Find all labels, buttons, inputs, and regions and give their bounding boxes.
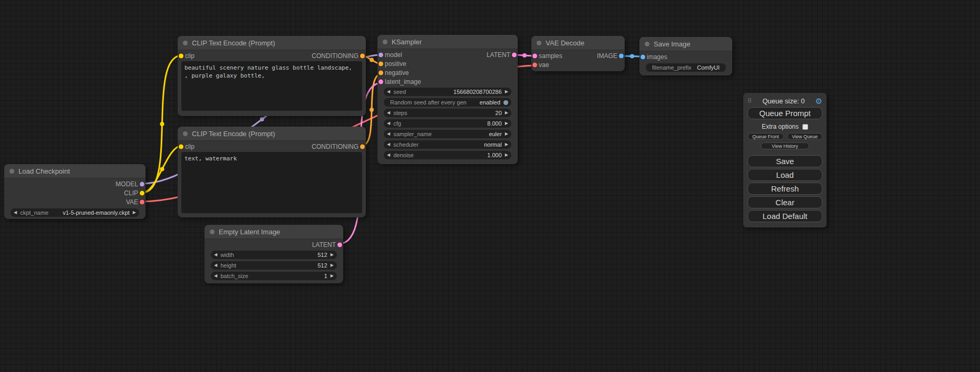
node-collapse-dot[interactable] (537, 41, 541, 45)
wire-midpoint-dot[interactable] (630, 54, 634, 59)
widget-width[interactable]: ◀ width 512 ▶ (211, 251, 337, 259)
node-ksampler[interactable]: KSampler model LATENT positive negative … (377, 35, 518, 164)
increment-arrow-icon[interactable]: ▶ (331, 263, 334, 268)
decrement-arrow-icon[interactable]: ◀ (387, 153, 390, 157)
drag-handle-icon[interactable]: ⠿ (748, 98, 752, 104)
widget-denoise[interactable]: ◀ denoise 1.000 ▶ (384, 151, 511, 159)
node-header[interactable]: Load Checkpoint (4, 164, 145, 178)
view-history-button[interactable]: View History (761, 142, 809, 149)
decrement-arrow-icon[interactable]: ◀ (14, 211, 17, 215)
extra-options-label: Extra options (762, 123, 799, 130)
decrement-arrow-icon[interactable]: ◀ (214, 253, 217, 257)
increment-arrow-icon[interactable]: ▶ (505, 90, 508, 94)
node-collapse-dot[interactable] (9, 169, 14, 174)
node-header[interactable]: KSampler (377, 35, 518, 49)
widget-filename-prefix[interactable]: filename_prefix ComfyUI (646, 63, 726, 72)
view-queue-button[interactable]: View Queue (787, 133, 822, 140)
output-row: MODEL (4, 179, 145, 188)
output-port-vae[interactable] (140, 199, 144, 204)
widget-batch-size[interactable]: ◀ batch_size 1 ▶ (211, 272, 337, 280)
input-port-latent-image[interactable] (379, 79, 383, 84)
increment-arrow-icon[interactable]: ▶ (505, 111, 508, 115)
widget-cfg[interactable]: ◀ cfg 8.000 ▶ (384, 119, 511, 128)
node-header[interactable]: CLIP Text Encode (Prompt) (178, 127, 366, 141)
input-port-clip[interactable] (179, 53, 183, 58)
output-port-conditioning[interactable] (360, 144, 365, 149)
input-port-vae[interactable] (532, 62, 537, 67)
node-header[interactable]: Save Image (639, 37, 732, 51)
node-save-image[interactable]: Save Image images filename_prefix ComfyU… (639, 37, 732, 75)
input-port-samples[interactable] (532, 53, 537, 58)
output-port-latent[interactable] (512, 52, 517, 57)
extra-options-checkbox[interactable] (802, 124, 808, 130)
increment-arrow-icon[interactable]: ▶ (505, 153, 508, 157)
input-port-positive[interactable] (379, 61, 383, 66)
input-port-images[interactable] (641, 54, 645, 59)
decrement-arrow-icon[interactable]: ◀ (387, 132, 390, 136)
increment-arrow-icon[interactable]: ▶ (331, 274, 334, 278)
input-port-model[interactable] (379, 52, 383, 57)
node-collapse-dot[interactable] (183, 41, 188, 45)
queue-prompt-button[interactable]: Queue Prompt (748, 107, 822, 119)
input-port-negative[interactable] (379, 70, 383, 75)
widget-sampler-name[interactable]: ◀ sampler_name euler ▶ (384, 130, 511, 138)
node-collapse-dot[interactable] (183, 131, 188, 136)
prompt-textarea[interactable]: beautiful scenery nature glass bottle la… (181, 61, 362, 111)
input-port-clip[interactable] (179, 144, 183, 149)
prompt-textarea[interactable]: text, watermark (181, 152, 362, 213)
node-title: CLIP Text Encode (Prompt) (192, 39, 275, 47)
node-load-checkpoint[interactable]: Load Checkpoint MODEL CLIP VAE ◀ ckpt_na… (4, 164, 145, 219)
node-header[interactable]: CLIP Text Encode (Prompt) (178, 36, 366, 50)
node-collapse-dot[interactable] (645, 42, 649, 46)
widget-value: euler (489, 131, 501, 137)
load-button[interactable]: Load (748, 169, 822, 181)
queue-front-button[interactable]: Queue Front (748, 133, 784, 140)
decrement-arrow-icon[interactable]: ◀ (387, 111, 390, 115)
output-port-clip[interactable] (140, 190, 144, 195)
increment-arrow-icon[interactable]: ▶ (505, 121, 508, 126)
settings-gear-icon[interactable]: ⚙ (816, 97, 822, 105)
wire-midpoint-dot[interactable] (160, 167, 164, 171)
output-port-conditioning[interactable] (360, 53, 365, 58)
wire-midpoint-dot[interactable] (522, 53, 527, 58)
node-header[interactable]: Empty Latent Image (205, 225, 343, 239)
increment-arrow-icon[interactable]: ▶ (133, 211, 136, 215)
decrement-arrow-icon[interactable]: ◀ (387, 121, 390, 126)
output-port-image[interactable] (619, 53, 624, 58)
widget-height[interactable]: ◀ height 512 ▶ (211, 261, 337, 270)
node-clip-text-encode-positive[interactable]: CLIP Text Encode (Prompt) clip CONDITION… (178, 36, 366, 116)
node-clip-text-encode-negative[interactable]: CLIP Text Encode (Prompt) clip CONDITION… (178, 127, 366, 217)
increment-arrow-icon[interactable]: ▶ (331, 253, 334, 257)
wire-midpoint-dot[interactable] (260, 117, 264, 121)
node-header[interactable]: VAE Decode (531, 36, 625, 50)
node-empty-latent-image[interactable]: Empty Latent Image LATENT ◀ width 512 ▶ … (205, 225, 343, 283)
widget-label: height (220, 262, 236, 269)
graph-canvas[interactable]: Load Checkpoint MODEL CLIP VAE ◀ ckpt_na… (0, 0, 980, 372)
decrement-arrow-icon[interactable]: ◀ (214, 263, 217, 268)
decrement-arrow-icon[interactable]: ◀ (214, 274, 217, 278)
widget-seed[interactable]: ◀ seed 156680208700286 ▶ (384, 88, 511, 96)
node-collapse-dot[interactable] (383, 40, 387, 44)
increment-arrow-icon[interactable]: ▶ (505, 132, 508, 136)
wire-midpoint-dot[interactable] (160, 122, 164, 126)
output-port-model[interactable] (140, 182, 144, 186)
node-vae-decode[interactable]: VAE Decode samples IMAGE vae (531, 36, 625, 71)
clear-button[interactable]: Clear (748, 196, 822, 208)
refresh-button[interactable]: Refresh (748, 183, 822, 195)
node-collapse-dot[interactable] (210, 230, 215, 234)
widget-ckpt-name[interactable]: ◀ ckpt_name v1-5-pruned-emaonly.ckpt ▶ (11, 208, 139, 217)
decrement-arrow-icon[interactable]: ◀ (387, 90, 390, 94)
load-default-button[interactable]: Load Default (748, 210, 822, 222)
wire-midpoint-dot[interactable] (370, 58, 374, 62)
widget-label: cfg (393, 120, 401, 127)
node-title: KSampler (392, 38, 422, 46)
wire-midpoint-dot[interactable] (370, 108, 374, 112)
output-port-latent[interactable] (337, 242, 342, 247)
decrement-arrow-icon[interactable]: ◀ (387, 142, 390, 147)
widget-random-seed-toggle[interactable]: Random seed after every gen enabled (384, 98, 511, 107)
widget-label: filename_prefix (652, 64, 692, 71)
widget-steps[interactable]: ◀ steps 20 ▶ (384, 109, 511, 117)
save-button[interactable]: Save (748, 155, 822, 167)
increment-arrow-icon[interactable]: ▶ (505, 142, 508, 147)
widget-scheduler[interactable]: ◀ scheduler normal ▶ (384, 140, 511, 149)
